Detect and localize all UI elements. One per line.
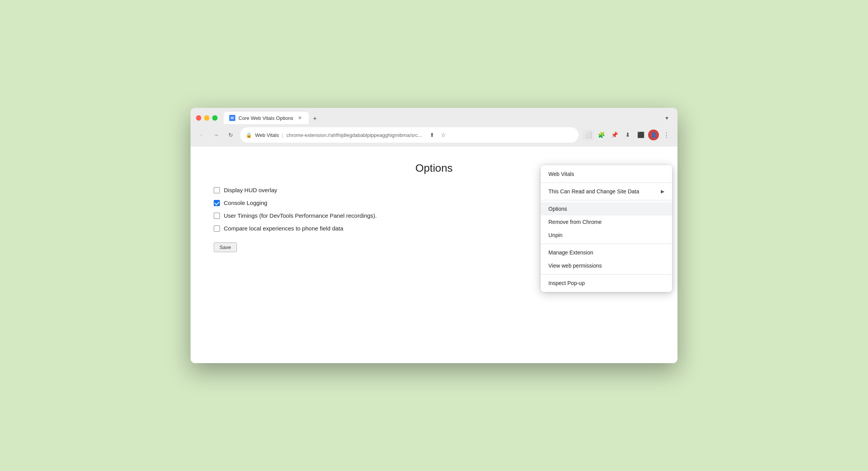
option-timings-checkbox[interactable] <box>214 213 220 219</box>
reload-button[interactable]: ↻ <box>225 130 236 140</box>
submenu-arrow-icon: ▶ <box>661 189 664 194</box>
tabs-area: W Core Web Vitals Options ✕ + <box>224 112 658 124</box>
menu-divider-3 <box>541 244 672 244</box>
bookmark-button[interactable]: ☆ <box>438 130 449 140</box>
traffic-lights <box>196 115 218 121</box>
title-bar: W Core Web Vitals Options ✕ + ▾ <box>191 108 677 124</box>
close-button[interactable] <box>196 115 201 121</box>
browser-window: W Core Web Vitals Options ✕ + ▾ ← → ↻ 🔒 … <box>191 108 677 363</box>
url-actions: ⬆ ☆ <box>427 130 449 140</box>
toolbar-icons: ⬜ 🧩 📌 ⬇ ⬛ 👤 ⋮ <box>582 129 672 141</box>
address-bar: ← → ↻ 🔒 Web Vitals | chrome-extension://… <box>191 124 677 147</box>
menu-item-manage[interactable]: Manage Extension <box>541 246 672 259</box>
menu-item-manage-label: Manage Extension <box>548 249 664 256</box>
tab-dropdown-button[interactable]: ▾ <box>662 113 672 123</box>
option-timings-label: User Timings (for DevTools Performance P… <box>224 212 377 219</box>
menu-item-unpin-label: Unpin <box>548 232 664 238</box>
option-hud-checkbox[interactable] <box>214 187 220 193</box>
option-compare-checkbox[interactable] <box>214 225 220 232</box>
maximize-button[interactable] <box>212 115 218 121</box>
tab-favicon: W <box>229 115 235 121</box>
menu-item-permissions[interactable]: View web permissions <box>541 259 672 272</box>
split-view-button[interactable]: ⬛ <box>635 129 647 141</box>
menu-divider-1 <box>541 183 672 183</box>
option-console-label: Console Logging <box>224 200 267 206</box>
new-tab-button[interactable]: + <box>310 113 320 124</box>
back-button[interactable]: ← <box>196 130 207 140</box>
url-separator: | <box>282 132 283 138</box>
menu-item-site-data-label: This Can Read and Change Site Data <box>548 188 661 195</box>
menu-item-options-label: Options <box>548 206 664 212</box>
menu-item-permissions-label: View web permissions <box>548 263 664 269</box>
url-path: chrome-extension://ahfhijdlegdabablpippe… <box>286 132 422 138</box>
pin-button[interactable]: 📌 <box>609 129 620 141</box>
menu-item-web-vitals[interactable]: Web Vitals <box>541 167 672 181</box>
menu-divider-4 <box>541 274 672 275</box>
share-button[interactable]: ⬆ <box>427 130 437 140</box>
active-tab[interactable]: W Core Web Vitals Options ✕ <box>224 112 309 124</box>
page-content: Options Display HUD overlay Console Logg… <box>191 147 677 363</box>
url-site-name: Web Vitals <box>255 132 279 138</box>
extensions-area-button[interactable]: ⬜ <box>582 129 594 141</box>
extensions-button[interactable]: 🧩 <box>596 129 607 141</box>
profile-avatar[interactable]: 👤 <box>648 130 659 140</box>
more-options-button[interactable]: ⋮ <box>660 129 672 141</box>
menu-item-remove-label: Remove from Chrome <box>548 219 664 225</box>
option-hud-label: Display HUD overlay <box>224 187 277 193</box>
minimize-button[interactable] <box>204 115 209 121</box>
menu-item-inspect[interactable]: Inspect Pop-up <box>541 276 672 290</box>
option-compare-label: Compare local experiences to phone field… <box>224 225 343 232</box>
forward-button[interactable]: → <box>211 130 221 140</box>
tab-close-button[interactable]: ✕ <box>296 114 303 121</box>
menu-item-site-data[interactable]: This Can Read and Change Site Data ▶ <box>541 185 672 198</box>
context-menu: Web Vitals This Can Read and Change Site… <box>541 165 672 292</box>
menu-item-options[interactable]: Options <box>541 202 672 215</box>
lock-icon: 🔒 <box>246 132 252 138</box>
menu-divider-2 <box>541 200 672 200</box>
menu-item-remove[interactable]: Remove from Chrome <box>541 215 672 229</box>
download-button[interactable]: ⬇ <box>622 129 633 141</box>
menu-item-web-vitals-label: Web Vitals <box>548 171 664 177</box>
menu-item-unpin[interactable]: Unpin <box>541 229 672 242</box>
url-bar[interactable]: 🔒 Web Vitals | chrome-extension://ahfhij… <box>240 127 579 143</box>
option-console-checkbox[interactable] <box>214 200 220 206</box>
menu-item-inspect-label: Inspect Pop-up <box>548 280 664 286</box>
tab-label: Core Web Vitals Options <box>238 115 293 121</box>
save-button[interactable]: Save <box>214 242 237 252</box>
